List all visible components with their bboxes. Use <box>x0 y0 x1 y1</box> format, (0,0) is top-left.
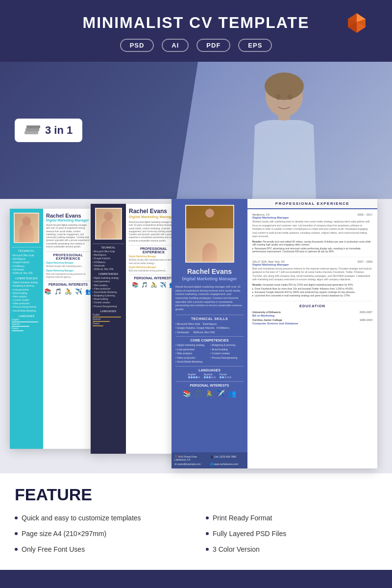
format-ai: AI <box>162 39 189 52</box>
cv2-interests: 📚 🎵 🚴 ✈️ 👥 <box>129 282 178 288</box>
feature-item-6: 3 Color Version <box>206 543 377 555</box>
badge-3in1-text: 3 in 1 <box>45 124 73 137</box>
cv2-exp-header: PROFESSIONAL EXPERIENCE <box>129 245 178 254</box>
cv3-comp-header: CORE COMPETENCIES <box>175 336 244 342</box>
format-badges: PSD AI PDF EPS <box>10 39 382 52</box>
logo-icon <box>346 11 368 35</box>
feature-item-1: Quick and easy to customize templates <box>15 512 186 524</box>
cv2-name: Rachel Evans <box>129 208 178 215</box>
feature-item-3: Page size A4 (210×297mm) <box>15 528 186 539</box>
cv3-skills-header: TECHNICAL SKILLS <box>175 315 244 320</box>
bullet-6 <box>206 548 209 551</box>
bullet-4 <box>206 532 209 535</box>
cv2-exp-content: Digital Marketing Manager Worked closely… <box>129 255 178 273</box>
cv3-exp-title: PROFESSIONAL EXPERIENCE <box>247 199 377 209</box>
bullet-5 <box>15 548 18 551</box>
cv3-cell: Cell: (323) 456-7890 <box>214 455 236 458</box>
hero-person-image <box>176 62 392 199</box>
bullet-3 <box>15 532 18 535</box>
svg-rect-13 <box>25 128 39 131</box>
svg-point-8 <box>265 73 304 100</box>
cv3-email: evans@example.com <box>177 463 200 466</box>
cv3-interests: 📚 🎵 🚴 ✈️ 👥 <box>175 390 244 397</box>
svg-point-11 <box>288 94 293 100</box>
cv3-name: Rachel Evans <box>175 268 244 275</box>
cv1-interests: 📚 🎵 🚴 ✈️ 👥 <box>46 288 90 295</box>
cv3-bio: Result-focused digital marketing manager… <box>175 285 244 312</box>
svg-rect-12 <box>24 131 38 134</box>
cv3-education-title: EDUCATION <box>252 304 372 308</box>
layers-icon <box>24 123 40 137</box>
cv-card-1: TECHNICAL • Microsoft Office Suite • Ban… <box>10 209 93 449</box>
cv1-interests-header: PERSONAL INTERESTS <box>46 281 90 286</box>
svg-point-10 <box>276 94 281 100</box>
cv3-title: Digital Marketing Manager <box>175 276 244 281</box>
format-psd: PSD <box>120 39 154 52</box>
cv2-interests-header: PERSONAL INTERESTS <box>129 274 178 280</box>
templates-section: TECHNICAL • Microsoft Office Suite • Ban… <box>0 199 392 473</box>
cv-card-2: TECHNICAL • Microsoft Office Suite • Ban… <box>91 204 181 454</box>
cv1-bio: Result-focused digital marketing manager… <box>46 224 90 248</box>
bottom-bar <box>0 570 392 588</box>
page-header: MINIMALIST CV TEMPLATE PSD AI PDF EPS <box>0 0 392 62</box>
format-eps: EPS <box>238 39 272 52</box>
cv2-title: Digital Marketing Manager <box>129 215 178 219</box>
feature-title: FEATURE <box>15 485 377 504</box>
feature-section: FEATURE Quick and easy to customize temp… <box>0 473 392 570</box>
feature-item-5: Only Free Font Uses <box>15 543 186 555</box>
cv1-exp-header: PROFESSIONAL EXPERIENCE <box>46 251 90 260</box>
cv3-lang-header: LANGUAGES <box>175 366 244 372</box>
cv1-name: Rachel Evans <box>46 213 90 219</box>
feature-item-4: Fully Layered PSD Files <box>206 528 377 539</box>
cv-card-3: Rachel Evans Digital Marketing Manager R… <box>172 199 377 468</box>
page-title: MINIMALIST CV TEMPLATE <box>83 14 310 32</box>
cv3-address: 4141 Prinet Drive Lakewood, CA <box>174 455 197 461</box>
hero-section: 3 in 1 <box>0 62 392 199</box>
features-grid: Quick and easy to customize templates Pr… <box>15 512 377 555</box>
cv3-interests-header: PERSONAL INTERESTS <box>175 381 244 387</box>
svg-rect-14 <box>26 125 40 128</box>
feature-item-2: Print Ready Format <box>206 512 377 524</box>
cv3-website: www.rachelevans.com <box>214 463 238 466</box>
cv1-title: Digital Marketing Manager <box>46 219 90 222</box>
format-pdf: PDF <box>196 39 230 52</box>
bullet-1 <box>15 516 18 519</box>
bullet-2 <box>206 516 209 519</box>
cv2-bio: Result-focused digital marketing manager… <box>129 221 178 243</box>
badge-3in1: 3 in 1 <box>15 119 82 142</box>
cv1-exp-content: Digital Marketing Manager Worked closely… <box>46 262 90 279</box>
